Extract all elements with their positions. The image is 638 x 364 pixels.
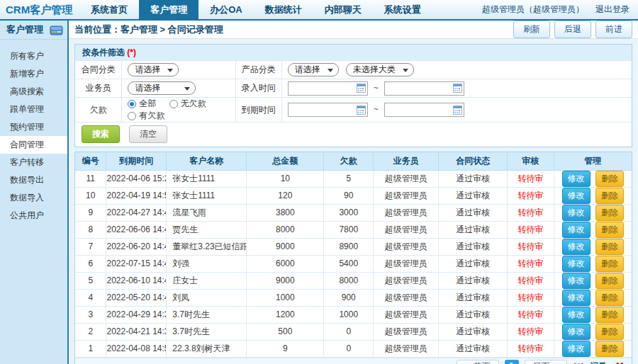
salesman-select[interactable]: 请选择 (128, 81, 196, 95)
clear-button[interactable]: 清空 (129, 125, 167, 143)
nav-tab[interactable]: 办公OA (198, 0, 254, 19)
audit-link[interactable]: 转待审 (517, 292, 543, 302)
delete-button[interactable]: 删除 (595, 290, 624, 306)
sidebar-item[interactable]: 预约管理 (0, 118, 67, 136)
cell-debt: 8000 (324, 272, 374, 289)
sidebar-item[interactable]: 跟单管理 (0, 101, 67, 118)
current-page[interactable]: 1 (505, 360, 519, 364)
edit-button[interactable]: 修改 (562, 341, 591, 357)
cell-total-amount: 9000 (247, 272, 324, 289)
edit-button[interactable]: 修改 (562, 222, 591, 238)
edit-button[interactable]: 修改 (562, 290, 591, 306)
cell-debt: 90 (324, 187, 374, 204)
sidebar-header: 客户管理 (0, 21, 67, 40)
audit-link[interactable]: 转待审 (517, 174, 543, 183)
debt-option-all[interactable]: 全部 (128, 98, 156, 110)
sidebar-item[interactable]: 合同管理 (0, 136, 67, 154)
audit-link[interactable]: 转待审 (517, 207, 543, 217)
table-row: 6 2022-07-15 14:45 刘强 6000 5400 超级管理员 通过… (75, 255, 632, 272)
cell-salesman: 超级管理员 (374, 272, 439, 289)
expire-time-start-input[interactable] (288, 103, 368, 117)
audit-link[interactable]: 转待审 (517, 224, 543, 234)
sidebar-item[interactable]: 所有客户 (0, 47, 67, 65)
contract-type-select[interactable]: 请选择 (128, 63, 179, 76)
cell-actions: 修改 删除 (554, 255, 632, 272)
calendar-icon[interactable] (357, 84, 366, 93)
column-header: 到期时间 (106, 152, 167, 170)
back-button[interactable]: 后退 (554, 21, 591, 38)
refresh-button[interactable]: 刷新 (513, 21, 550, 38)
edit-button[interactable]: 修改 (562, 239, 591, 255)
delete-button[interactable]: 删除 (595, 239, 624, 255)
cell-id: 11 (75, 170, 106, 187)
cell-salesman: 超级管理员 (374, 238, 439, 255)
edit-button[interactable]: 修改 (562, 256, 591, 272)
sidebar-item[interactable]: 新增客户 (0, 65, 67, 83)
table-header-row: 编号到期时间客户名称总金额欠款业务员合同状态审核管理 (75, 152, 632, 170)
sidebar-item[interactable]: 客户转移 (0, 154, 67, 171)
debt-option-has[interactable]: 有欠款 (128, 110, 164, 122)
table-row: 3 2022-04-29 14:35 3.7时先生 1200 1000 超级管理… (75, 306, 632, 323)
debt-option-none[interactable]: 无欠款 (169, 98, 206, 110)
entry-time-end-input[interactable] (384, 81, 464, 96)
delete-button[interactable]: 删除 (595, 341, 624, 357)
nav-tab[interactable]: 客户管理 (139, 0, 198, 19)
cell-contract-status: 通过审核 (439, 170, 508, 187)
sidebar-item[interactable]: 数据导出 (0, 171, 67, 189)
cell-audit: 转待审 (508, 272, 554, 289)
edit-button[interactable]: 修改 (562, 307, 591, 323)
entry-time-label: 录入时间 (235, 79, 281, 98)
delete-button[interactable]: 删除 (595, 205, 624, 221)
cell-audit: 转待审 (508, 238, 554, 255)
cell-customer-name: 张女士1111 (167, 187, 247, 204)
cell-audit: 转待审 (508, 306, 554, 323)
cell-audit: 转待审 (508, 187, 554, 204)
audit-link[interactable]: 转待审 (517, 309, 543, 319)
audit-link[interactable]: 转待审 (517, 190, 543, 200)
search-button[interactable]: 搜索 (82, 125, 120, 143)
edit-button[interactable]: 修改 (562, 324, 591, 340)
edit-button[interactable]: 修改 (562, 171, 591, 187)
sidebar-item[interactable]: 公共用户 (0, 207, 67, 224)
forward-button[interactable]: 前进 (595, 21, 632, 38)
audit-link[interactable]: 转待审 (517, 241, 543, 251)
cell-expire-time: 2022-06-10 14:44 (106, 272, 167, 289)
delete-button[interactable]: 删除 (595, 222, 624, 238)
edit-button[interactable]: 修改 (562, 273, 591, 289)
logout-link[interactable]: 退出登录 (595, 4, 629, 16)
delete-button[interactable]: 删除 (595, 307, 624, 323)
content: 按条件筛选 (*) 合同分类 请选择 产品分类 请选择 未选择大类 (69, 39, 638, 364)
entry-time-start-input[interactable] (288, 81, 368, 96)
cell-expire-time: 2022-07-15 14:45 (106, 255, 167, 272)
calendar-icon[interactable] (453, 84, 462, 93)
edit-button[interactable]: 修改 (562, 205, 591, 221)
delete-button[interactable]: 删除 (595, 171, 624, 187)
audit-link[interactable]: 转待审 (517, 275, 543, 285)
sidebar-item[interactable]: 高级搜索 (0, 83, 67, 101)
last-page-button[interactable]: 尾页► (525, 360, 567, 364)
audit-link[interactable]: 转待审 (517, 343, 543, 353)
nav-tab[interactable]: 系统首页 (79, 0, 139, 19)
cell-expire-time: 2022-06-06 14:47 (106, 221, 167, 238)
delete-button[interactable]: 删除 (595, 188, 624, 204)
nav-tab[interactable]: 数据统计 (254, 0, 313, 19)
nav-tab[interactable]: 内部聊天 (313, 0, 373, 19)
delete-button[interactable]: 删除 (595, 256, 624, 272)
calendar-icon[interactable] (453, 106, 462, 115)
first-page-button[interactable]: ◄首页 (457, 360, 499, 364)
sidebar-item[interactable]: 数据导入 (0, 189, 67, 207)
edit-button[interactable]: 修改 (562, 188, 591, 204)
required-mark: (*) (127, 47, 136, 57)
product-type-select[interactable]: 请选择 (288, 63, 339, 76)
delete-button[interactable]: 删除 (595, 324, 624, 340)
cell-salesman: 超级管理员 (374, 204, 439, 221)
product-bigclass-select[interactable]: 未选择大类 (346, 63, 414, 76)
delete-button[interactable]: 删除 (595, 273, 624, 289)
nav-tab[interactable]: 系统设置 (373, 0, 432, 19)
cell-expire-time: 2022-04-19 14:50 (106, 187, 167, 204)
expire-time-end-input[interactable] (384, 103, 464, 117)
audit-link[interactable]: 转待审 (517, 258, 543, 268)
calendar-icon[interactable] (357, 106, 366, 115)
audit-link[interactable]: 转待审 (517, 326, 543, 336)
sidebar: 客户管理 所有客户新增客户高级搜索跟单管理预约管理合同管理客户转移数据导出数据导… (0, 21, 69, 364)
